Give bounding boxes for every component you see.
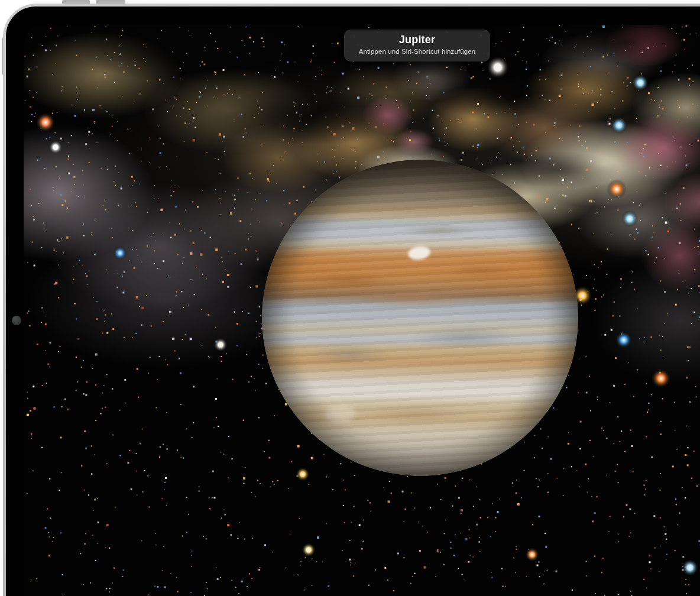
- planet-jupiter[interactable]: [262, 160, 578, 476]
- tooltip-title: Jupiter: [344, 30, 490, 46]
- planet-tooltip[interactable]: Jupiter Antippen und Siri-Shortcut hinzu…: [344, 30, 490, 61]
- planet-shading: [262, 160, 578, 476]
- ipad-screen[interactable]: Jupiter Antippen und Siri-Shortcut hinzu…: [24, 25, 700, 596]
- tooltip-subtitle: Antippen und Siri-Shortcut hinzufügen: [344, 48, 490, 55]
- front-camera: [12, 316, 21, 325]
- page: Jupiter Antippen und Siri-Shortcut hinzu…: [0, 0, 700, 596]
